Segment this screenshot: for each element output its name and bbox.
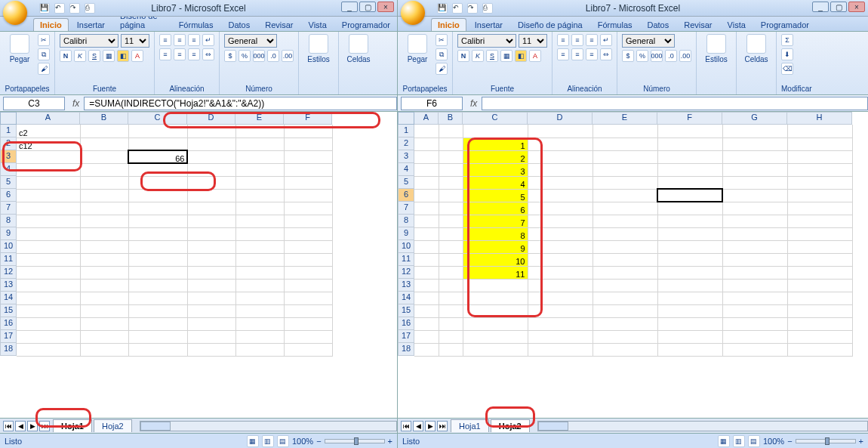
close-button[interactable]: × bbox=[848, 2, 865, 12]
cell[interactable] bbox=[235, 150, 284, 163]
cell[interactable] bbox=[722, 279, 787, 292]
cell[interactable] bbox=[657, 137, 722, 150]
cell[interactable] bbox=[17, 317, 80, 330]
cell[interactable] bbox=[17, 304, 80, 317]
row-header[interactable]: 13 bbox=[0, 279, 17, 292]
cell[interactable] bbox=[657, 253, 722, 266]
cell[interactable] bbox=[187, 125, 235, 137]
format-painter-icon[interactable]: 🖌 bbox=[436, 63, 448, 75]
view-break-icon[interactable]: ▤ bbox=[277, 435, 289, 447]
row-header[interactable]: 3 bbox=[0, 150, 17, 163]
cell[interactable] bbox=[80, 253, 128, 266]
cell[interactable] bbox=[593, 227, 657, 240]
align-center-icon[interactable]: ≡ bbox=[174, 48, 186, 60]
cell[interactable] bbox=[657, 304, 722, 317]
fill-icon[interactable]: ⬇ bbox=[781, 48, 793, 60]
column-header[interactable]: E bbox=[235, 112, 284, 125]
decrease-decimal-icon[interactable]: .00 bbox=[282, 50, 294, 62]
row-header[interactable]: 12 bbox=[398, 266, 414, 279]
cell[interactable] bbox=[593, 150, 657, 163]
cell[interactable] bbox=[528, 330, 593, 343]
cell[interactable] bbox=[235, 279, 284, 292]
redo-icon[interactable]: ↷ bbox=[467, 3, 478, 14]
cell[interactable] bbox=[80, 343, 128, 356]
cell[interactable] bbox=[722, 137, 787, 150]
cell[interactable] bbox=[439, 137, 463, 150]
cell[interactable] bbox=[722, 176, 787, 189]
cell[interactable] bbox=[80, 304, 128, 317]
cell[interactable] bbox=[528, 137, 593, 150]
font-name-select[interactable]: Calibri bbox=[60, 34, 119, 48]
cell[interactable] bbox=[17, 253, 80, 266]
row-header[interactable]: 17 bbox=[398, 330, 414, 343]
cell[interactable] bbox=[17, 292, 80, 304]
cell[interactable] bbox=[414, 227, 439, 240]
row-header[interactable]: 5 bbox=[0, 176, 17, 189]
zoom-in-button[interactable]: + bbox=[859, 437, 863, 446]
styles-button[interactable]: Estilos bbox=[303, 34, 334, 63]
column-header[interactable]: F bbox=[657, 112, 722, 125]
align-left-icon[interactable]: ≡ bbox=[159, 48, 171, 60]
increase-decimal-icon[interactable]: .0 bbox=[267, 50, 279, 62]
cell[interactable] bbox=[187, 304, 235, 317]
sheet-nav-prev-icon[interactable]: ◀ bbox=[413, 421, 423, 431]
cell[interactable] bbox=[235, 189, 284, 202]
cell[interactable] bbox=[128, 317, 187, 330]
row-header[interactable]: 11 bbox=[0, 253, 17, 266]
cell[interactable] bbox=[528, 266, 593, 279]
view-break-icon[interactable]: ▤ bbox=[748, 435, 760, 447]
cell[interactable] bbox=[463, 292, 528, 304]
ribbon-tab-fórmulas[interactable]: Fórmulas bbox=[591, 18, 639, 31]
cell[interactable] bbox=[235, 137, 284, 150]
autosum-icon[interactable]: Σ bbox=[781, 34, 793, 46]
cell[interactable] bbox=[80, 202, 128, 215]
cell[interactable] bbox=[439, 317, 463, 330]
cell[interactable] bbox=[657, 125, 722, 137]
cell[interactable] bbox=[284, 317, 332, 330]
align-right-icon[interactable]: ≡ bbox=[188, 48, 200, 60]
ribbon-tab-vista[interactable]: Vista bbox=[302, 18, 334, 31]
row-header[interactable]: 6 bbox=[398, 189, 414, 202]
row-header[interactable]: 14 bbox=[0, 292, 17, 304]
cell[interactable] bbox=[414, 343, 439, 356]
styles-button[interactable]: Estilos bbox=[701, 34, 731, 63]
align-middle-icon[interactable]: ≡ bbox=[174, 34, 186, 46]
row-header[interactable]: 10 bbox=[0, 240, 17, 253]
ribbon-tab-insertar[interactable]: Insertar bbox=[468, 18, 509, 31]
cell[interactable] bbox=[284, 240, 332, 253]
cell[interactable] bbox=[284, 266, 332, 279]
maximize-button[interactable]: ▢ bbox=[830, 2, 847, 12]
row-header[interactable]: 7 bbox=[398, 202, 414, 215]
cell[interactable] bbox=[80, 163, 128, 176]
cell[interactable] bbox=[414, 317, 439, 330]
cell[interactable] bbox=[284, 330, 332, 343]
cell[interactable] bbox=[128, 292, 187, 304]
cell[interactable] bbox=[593, 163, 657, 176]
copy-icon[interactable]: ⧉ bbox=[38, 48, 50, 60]
cell[interactable] bbox=[187, 150, 235, 163]
cell[interactable] bbox=[787, 279, 852, 292]
sheet-tab-hoja1[interactable]: Hoja1 bbox=[451, 419, 489, 432]
cell[interactable] bbox=[722, 253, 787, 266]
cell[interactable] bbox=[128, 125, 187, 137]
cell[interactable] bbox=[235, 317, 284, 330]
percent-icon[interactable]: % bbox=[636, 50, 648, 62]
view-normal-icon[interactable]: ▦ bbox=[718, 435, 730, 447]
cell[interactable] bbox=[80, 330, 128, 343]
cell[interactable] bbox=[528, 163, 593, 176]
cell[interactable] bbox=[722, 317, 787, 330]
cell[interactable] bbox=[593, 343, 657, 356]
horizontal-scrollbar[interactable] bbox=[537, 421, 868, 431]
cell[interactable] bbox=[80, 279, 128, 292]
cell[interactable] bbox=[657, 292, 722, 304]
cell[interactable] bbox=[528, 240, 593, 253]
maximize-button[interactable]: ▢ bbox=[359, 2, 376, 12]
cell[interactable] bbox=[187, 202, 235, 215]
office-button[interactable] bbox=[401, 1, 425, 25]
cell[interactable] bbox=[414, 253, 439, 266]
format-painter-icon[interactable]: 🖌 bbox=[38, 63, 50, 75]
cell[interactable] bbox=[787, 317, 852, 330]
undo-icon[interactable]: ↶ bbox=[54, 3, 65, 14]
column-header[interactable]: E bbox=[593, 112, 657, 125]
cells-button[interactable]: Celdas bbox=[343, 34, 374, 63]
